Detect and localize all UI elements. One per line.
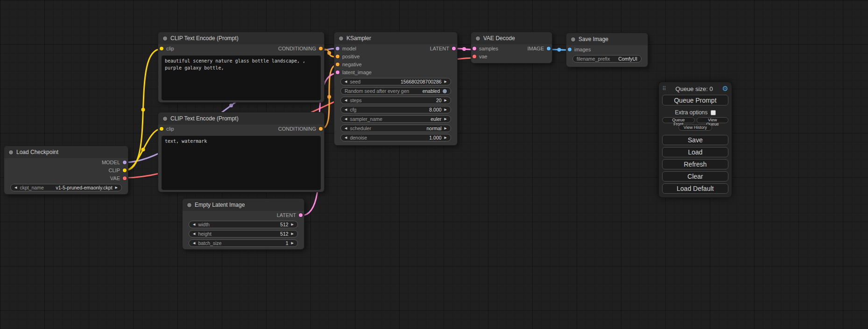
decrement-arrow-icon[interactable]: ◀ (345, 99, 347, 102)
view-history-button[interactable]: View History (678, 125, 712, 131)
port-row: LATENT (183, 211, 304, 219)
node-ksampler[interactable]: KSampler model LATENT positive negative … (334, 32, 458, 146)
increment-arrow-icon[interactable]: ▶ (291, 242, 294, 245)
decrement-arrow-icon[interactable]: ◀ (345, 136, 347, 140)
refresh-button[interactable]: Refresh (662, 159, 728, 169)
decrement-arrow-icon[interactable]: ◀ (193, 223, 195, 226)
increment-arrow-icon[interactable]: ▶ (291, 232, 294, 236)
random-seed-toggle-widget[interactable]: Random seed after every gen enabled (340, 87, 451, 95)
scheduler-widget[interactable]: ◀ scheduler normal ▶ (340, 125, 451, 132)
collapse-dot-icon[interactable] (187, 203, 191, 207)
node-title-bar[interactable]: VAE Decode (471, 32, 552, 44)
decrement-arrow-icon[interactable]: ◀ (345, 80, 347, 84)
seed-widget[interactable]: ◀ seed 156680208700286 ▶ (340, 78, 451, 85)
decrement-arrow-icon[interactable]: ◀ (345, 127, 347, 130)
node-empty-latent-image[interactable]: Empty Latent Image LATENT ◀ width 512 ▶ … (182, 198, 304, 250)
node-title-bar[interactable]: Load Checkpoint (4, 146, 128, 158)
queue-front-button[interactable]: Queue Front (662, 117, 695, 123)
decrement-arrow-icon[interactable]: ◀ (345, 118, 347, 121)
widget-value: normal (427, 126, 442, 131)
input-port-positive[interactable] (336, 55, 339, 58)
node-vae-decode[interactable]: VAE Decode samples IMAGE vae (471, 32, 552, 63)
node-clip-text-encode-negative[interactable]: CLIP Text Encode (Prompt) clip CONDITION… (158, 112, 325, 192)
node-clip-text-encode-positive[interactable]: CLIP Text Encode (Prompt) clip CONDITION… (158, 32, 325, 103)
increment-arrow-icon[interactable]: ▶ (445, 136, 447, 140)
input-port-vae[interactable] (473, 55, 476, 58)
increment-arrow-icon[interactable]: ▶ (445, 99, 447, 102)
input-port-images[interactable] (568, 48, 572, 51)
widget-label: height (198, 231, 212, 237)
history-buttons-row: View History (678, 125, 712, 131)
collapse-dot-icon[interactable] (571, 37, 575, 42)
prompt-textarea[interactable]: text, watermark (162, 136, 321, 190)
settings-gear-icon[interactable]: ⚙ (722, 85, 728, 92)
input-port-clip[interactable] (160, 47, 163, 50)
node-title-bar[interactable]: CLIP Text Encode (Prompt) (158, 32, 324, 44)
node-title-bar[interactable]: CLIP Text Encode (Prompt) (158, 112, 324, 125)
increment-arrow-icon[interactable]: ▶ (445, 80, 447, 84)
output-label-clip: CLIP (109, 168, 120, 173)
input-port-model[interactable] (336, 47, 339, 50)
input-port-samples[interactable] (473, 47, 476, 50)
load-default-button[interactable]: Load Default (662, 183, 728, 194)
cfg-widget[interactable]: ◀ cfg 8.000 ▶ (340, 106, 451, 113)
queue-prompt-button[interactable]: Queue Prompt (662, 95, 728, 105)
increment-arrow-icon[interactable]: ▶ (445, 108, 447, 112)
output-port-conditioning[interactable] (319, 47, 323, 50)
collapse-dot-icon[interactable] (476, 36, 480, 41)
ckpt-name-widget[interactable]: ◀ ckpt_name v1-5-pruned-emaonly.ckpt ▶ (10, 184, 122, 191)
output-port-latent[interactable] (452, 47, 456, 50)
collapse-dot-icon[interactable] (163, 36, 167, 41)
collapse-dot-icon[interactable] (9, 150, 13, 154)
extra-options-checkbox[interactable] (711, 110, 716, 115)
node-save-image[interactable]: Save Image images filename_prefix ComfyU… (566, 33, 648, 67)
steps-widget[interactable]: ◀ steps 20 ▶ (340, 97, 451, 104)
output-port-clip[interactable] (123, 168, 127, 172)
view-queue-button[interactable]: View Queue (697, 117, 728, 123)
prompt-textarea[interactable]: beautiful scenery nature glass bottle la… (162, 56, 321, 100)
width-widget[interactable]: ◀ width 512 ▶ (189, 221, 298, 228)
input-label-negative: negative (342, 62, 362, 67)
node-title-bar[interactable]: Empty Latent Image (183, 199, 304, 211)
increment-arrow-icon[interactable]: ▶ (445, 127, 447, 130)
widget-label: batch_size (198, 240, 221, 246)
collapse-dot-icon[interactable] (339, 36, 343, 41)
collapse-dot-icon[interactable] (163, 117, 167, 121)
widget-value: 512 (280, 231, 289, 237)
denoise-widget[interactable]: ◀ denoise 1.000 ▶ (340, 134, 451, 141)
increment-arrow-icon[interactable]: ▶ (445, 118, 447, 121)
output-port-vae[interactable] (123, 176, 127, 180)
increment-arrow-icon[interactable]: ▶ (291, 223, 294, 226)
output-label-model: MODEL (102, 160, 120, 165)
increment-arrow-icon[interactable]: ▶ (115, 186, 118, 189)
widget-value: 1.000 (429, 135, 441, 140)
decrement-arrow-icon[interactable]: ◀ (193, 242, 195, 245)
input-label-images: images (574, 47, 591, 52)
clear-button[interactable]: Clear (662, 171, 728, 182)
load-button[interactable]: Load (662, 147, 728, 157)
output-port-latent[interactable] (299, 213, 303, 217)
decrement-arrow-icon[interactable]: ◀ (345, 108, 347, 112)
decrement-arrow-icon[interactable]: ◀ (14, 186, 17, 189)
save-button[interactable]: Save (662, 135, 728, 145)
node-load-checkpoint[interactable]: Load Checkpoint MODEL CLIP VAE ◀ ckpt_na… (4, 146, 128, 195)
node-title-bar[interactable]: KSampler (334, 32, 457, 44)
decrement-arrow-icon[interactable]: ◀ (193, 232, 195, 236)
node-title-bar[interactable]: Save Image (566, 33, 648, 45)
input-port-latent-image[interactable] (336, 70, 339, 74)
input-port-clip[interactable] (160, 127, 163, 131)
port-row: clip CONDITIONING (158, 44, 324, 52)
batch-size-widget[interactable]: ◀ batch_size 1 ▶ (189, 239, 298, 247)
sampler-name-widget[interactable]: ◀ sampler_name euler ▶ (340, 115, 451, 123)
output-port-image[interactable] (547, 47, 550, 50)
filename-prefix-widget[interactable]: filename_prefix ComfyUI (572, 55, 642, 63)
input-port-negative[interactable] (336, 63, 339, 66)
height-widget[interactable]: ◀ height 512 ▶ (189, 230, 298, 238)
output-port-conditioning[interactable] (319, 127, 323, 131)
toggle-dot-icon[interactable] (443, 89, 447, 93)
node-title-label: KSampler (346, 35, 371, 42)
widget-label: sampler_name (350, 116, 382, 122)
output-port-model[interactable] (123, 161, 127, 164)
input-label-positive: positive (342, 54, 360, 59)
drag-handle-icon[interactable]: ⠿ (662, 85, 666, 92)
